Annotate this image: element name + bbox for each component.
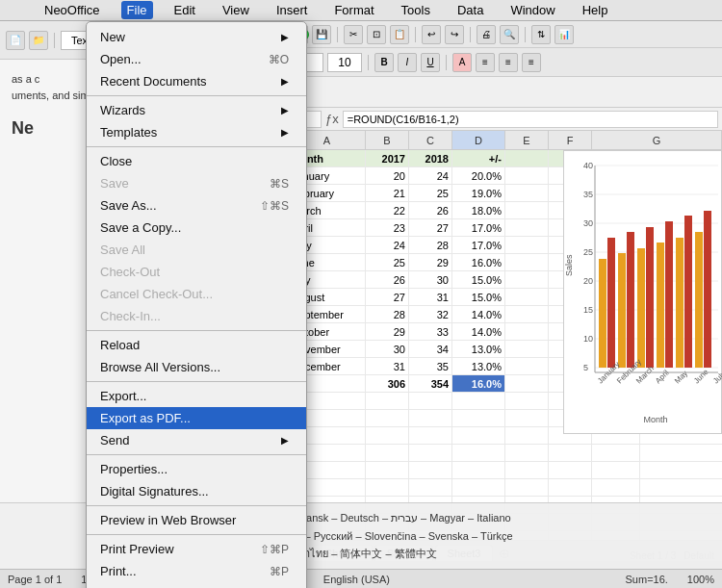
- grid-cell[interactable]: [452, 427, 505, 444]
- grid-cell[interactable]: [505, 202, 549, 218]
- menu-item-checkout[interactable]: Check-Out: [87, 261, 306, 283]
- menu-item-save[interactable]: Save ⌘S: [87, 172, 306, 194]
- grid-cell[interactable]: [505, 306, 549, 322]
- grid-cell[interactable]: [505, 393, 549, 409]
- menu-format[interactable]: Format: [328, 1, 379, 19]
- grid-cell[interactable]: [505, 375, 549, 392]
- grid-cell[interactable]: [505, 323, 549, 340]
- underline-btn[interactable]: U: [421, 53, 440, 72]
- grid-cell[interactable]: 19.0%: [452, 185, 505, 201]
- grid-cell[interactable]: 25: [409, 185, 452, 201]
- grid-cell[interactable]: [549, 445, 592, 461]
- grid-cell[interactable]: [549, 462, 592, 478]
- grid-cell[interactable]: 21: [366, 185, 409, 201]
- grid-cell[interactable]: [452, 479, 505, 496]
- menu-item-open[interactable]: Open... ⌘O: [87, 48, 306, 70]
- grid-cell[interactable]: 13.0%: [452, 341, 505, 357]
- grid-cell[interactable]: [452, 462, 505, 478]
- grid-cell[interactable]: 24: [409, 167, 452, 184]
- grid-cell[interactable]: 31: [409, 289, 452, 305]
- grid-cell[interactable]: [505, 358, 549, 374]
- sort-btn[interactable]: ⇅: [531, 25, 551, 44]
- grid-cell[interactable]: 18.0%: [452, 202, 505, 218]
- grid-cell[interactable]: 17.0%: [452, 219, 505, 236]
- grid-cell[interactable]: [549, 479, 592, 496]
- grid-cell[interactable]: 2017: [366, 150, 409, 166]
- grid-cell[interactable]: [409, 479, 452, 496]
- font-size[interactable]: 10: [327, 53, 362, 72]
- grid-cell[interactable]: [505, 427, 549, 444]
- redo-btn[interactable]: ↪: [445, 25, 464, 44]
- grid-cell[interactable]: [409, 462, 452, 478]
- paste-btn[interactable]: 📋: [390, 25, 409, 44]
- grid-cell[interactable]: 17.0%: [452, 237, 505, 253]
- menu-item-export-pdf[interactable]: Export as PDF...: [87, 407, 306, 429]
- grid-cell[interactable]: 32: [409, 306, 452, 322]
- grid-cell[interactable]: [452, 445, 505, 461]
- color-btn[interactable]: A: [452, 53, 472, 72]
- menu-insert[interactable]: Insert: [271, 1, 314, 19]
- chart-btn[interactable]: 📊: [554, 25, 574, 44]
- grid-cell[interactable]: 31: [366, 358, 409, 374]
- grid-cell[interactable]: [409, 410, 452, 426]
- grid-cell[interactable]: [366, 462, 409, 478]
- grid-cell[interactable]: [505, 445, 549, 461]
- cut-btn[interactable]: ✂: [344, 25, 363, 44]
- align-center-btn[interactable]: ≡: [499, 53, 518, 72]
- menu-help[interactable]: Help: [577, 1, 614, 19]
- grid-cell[interactable]: [505, 479, 549, 496]
- menu-item-new[interactable]: New ▶: [87, 26, 306, 48]
- menu-neooffice[interactable]: NeoOffice: [39, 1, 106, 19]
- menu-item-save-copy[interactable]: Save a Copy...: [87, 217, 306, 239]
- grid-cell[interactable]: 354: [409, 375, 452, 392]
- bold-btn[interactable]: B: [374, 53, 394, 72]
- grid-cell[interactable]: 14.0%: [452, 323, 505, 340]
- menu-item-preview-web[interactable]: Preview in Web Browser: [87, 509, 306, 531]
- grid-cell[interactable]: 16.0%: [452, 375, 505, 392]
- grid-cell[interactable]: [505, 271, 549, 288]
- grid-cell[interactable]: [366, 393, 409, 409]
- undo-btn[interactable]: ↩: [422, 25, 441, 44]
- menu-item-templates[interactable]: Templates ▶: [87, 121, 306, 143]
- menu-item-close[interactable]: Close: [87, 150, 306, 172]
- grid-cell[interactable]: [592, 479, 640, 496]
- grid-cell[interactable]: [505, 254, 549, 270]
- menu-item-reload[interactable]: Reload: [87, 334, 306, 356]
- grid-cell[interactable]: 34: [409, 341, 452, 357]
- copy-btn[interactable]: ⊡: [367, 25, 386, 44]
- grid-cell[interactable]: 35: [409, 358, 452, 374]
- grid-cell[interactable]: 28: [366, 306, 409, 322]
- menu-item-properties[interactable]: Properties...: [87, 458, 306, 480]
- grid-cell[interactable]: [505, 289, 549, 305]
- menu-item-send[interactable]: Send ▶: [87, 429, 306, 451]
- italic-btn[interactable]: I: [398, 53, 417, 72]
- menu-item-print-preview[interactable]: Print Preview ⇧⌘P: [87, 538, 306, 560]
- grid-cell[interactable]: 22: [366, 202, 409, 218]
- menu-item-print[interactable]: Print... ⌘P: [87, 560, 306, 582]
- find-btn[interactable]: 🔍: [500, 25, 519, 44]
- menu-view[interactable]: View: [217, 1, 255, 19]
- toolbar-btn-1[interactable]: 📄: [6, 31, 25, 50]
- grid-cell[interactable]: [505, 462, 549, 478]
- grid-cell[interactable]: 16.0%: [452, 254, 505, 270]
- grid-cell[interactable]: 26: [366, 271, 409, 288]
- menu-edit[interactable]: Edit: [168, 1, 201, 19]
- grid-cell[interactable]: [452, 393, 505, 409]
- grid-cell[interactable]: 28: [409, 237, 452, 253]
- toolbar-btn-2[interactable]: 📁: [29, 31, 48, 50]
- save-btn[interactable]: 💾: [312, 25, 331, 44]
- grid-cell[interactable]: 27: [366, 289, 409, 305]
- formula-input[interactable]: =ROUND(C16/B16-1,2): [343, 111, 718, 128]
- menu-item-recent[interactable]: Recent Documents ▶: [87, 70, 306, 92]
- grid-cell[interactable]: [366, 410, 409, 426]
- menu-item-digital-sig[interactable]: Digital Signatures...: [87, 480, 306, 502]
- menu-item-printer-settings[interactable]: Printer Settings...: [87, 582, 306, 588]
- grid-cell[interactable]: 20: [366, 167, 409, 184]
- grid-cell[interactable]: [592, 445, 640, 461]
- grid-cell[interactable]: [409, 445, 452, 461]
- menu-file[interactable]: File: [121, 1, 153, 19]
- menu-item-export[interactable]: Export...: [87, 385, 306, 407]
- grid-cell[interactable]: [505, 219, 549, 236]
- grid-cell[interactable]: [366, 445, 409, 461]
- grid-cell[interactable]: [505, 237, 549, 253]
